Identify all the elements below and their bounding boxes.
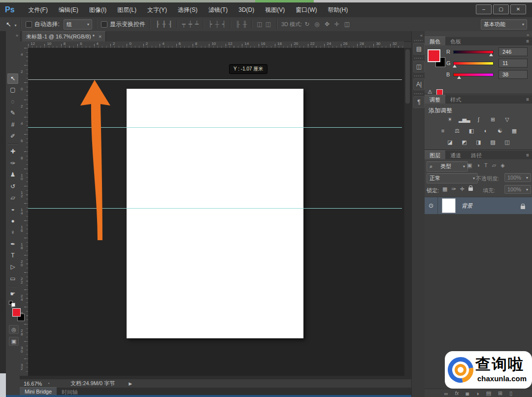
shape-filter-icon[interactable]: ▱ xyxy=(492,162,496,169)
adjustment-icon[interactable]: ◧ xyxy=(466,127,477,135)
adjustment-icon[interactable]: ≡ xyxy=(437,127,448,135)
3d-mode-icon[interactable]: ↻ xyxy=(304,21,309,28)
lock-all-icon[interactable] xyxy=(468,187,473,191)
crop-tool[interactable]: # xyxy=(7,120,18,130)
adjustment-icon[interactable]: ◪ xyxy=(444,138,455,146)
3d-mode-icon[interactable]: ✥ xyxy=(325,21,330,28)
paragraph-panel-icon[interactable]: ¶ xyxy=(413,96,425,108)
current-tool-chip[interactable]: ↖ ▾ xyxy=(6,21,17,28)
g-value-field[interactable]: 11 xyxy=(499,59,528,68)
delete-layer-icon[interactable]: ▯ xyxy=(509,390,512,397)
align-icon[interactable]: ┷ xyxy=(195,21,199,28)
toolbar-collapse-icon[interactable]: » xyxy=(16,33,18,38)
auto-select-checkbox[interactable] xyxy=(26,21,32,28)
adjustment-icon[interactable]: ☯ xyxy=(495,127,505,135)
link-layers-icon[interactable]: ∞ xyxy=(444,391,448,397)
character-panel-icon[interactable]: A| xyxy=(413,78,425,90)
vertical-ruler[interactable]: 42024681 01 21 41 61 82 02 22 42 62 83 0… xyxy=(20,48,29,376)
menu-filter[interactable]: 滤镜(T) xyxy=(203,4,233,16)
tab-color[interactable]: 颜色 xyxy=(425,36,445,45)
panel-menu-icon[interactable]: ≡ xyxy=(526,38,529,44)
lock-position-icon[interactable]: ✛ xyxy=(460,186,465,192)
r-slider[interactable] xyxy=(453,50,494,54)
rectangular-marquee-tool[interactable]: ▢ xyxy=(7,85,18,95)
horizontal-scrollbar[interactable] xyxy=(20,376,411,379)
menu-layer[interactable]: 图层(L) xyxy=(112,4,141,16)
new-layer-icon[interactable]: ⊞ xyxy=(498,390,502,397)
align-icon[interactable]: ┼ xyxy=(215,21,220,28)
adjustment-icon[interactable]: ◨ xyxy=(473,138,484,146)
menu-image[interactable]: 图像(I) xyxy=(84,4,111,16)
adjustment-filter-icon[interactable]: ◑ xyxy=(476,162,480,169)
move-tool[interactable]: ↖ xyxy=(7,73,18,84)
minimize-button[interactable]: – xyxy=(476,4,492,14)
layer-group-icon[interactable]: ▤ xyxy=(486,390,491,397)
blur-tool[interactable]: ● xyxy=(7,216,18,226)
b-value-field[interactable]: 38 xyxy=(499,70,528,79)
menu-edit[interactable]: 编辑(E) xyxy=(54,4,83,16)
status-options-arrow[interactable]: ▶ xyxy=(129,381,132,386)
blend-mode-dropdown[interactable]: 正常 ▾ xyxy=(427,173,478,183)
g-slider[interactable] xyxy=(453,62,494,65)
layer-effects-icon[interactable]: fx xyxy=(455,391,459,396)
layer-thumbnail[interactable] xyxy=(442,198,456,213)
dodge-tool[interactable]: ♀ xyxy=(7,227,18,238)
swap-colors-icon[interactable] xyxy=(11,303,15,307)
menu-window[interactable]: 窗口(W) xyxy=(291,4,322,16)
horizontal-ruler[interactable]: 1210864202468101214161820222426283032 xyxy=(28,41,404,48)
brush-tool[interactable]: ✑ xyxy=(7,158,18,169)
menu-3d[interactable]: 3D(D) xyxy=(233,4,259,15)
b-slider-thumb[interactable] xyxy=(457,76,461,79)
show-transform-checkbox[interactable] xyxy=(101,21,107,28)
menu-help[interactable]: 帮助(H) xyxy=(323,4,353,16)
auto-select-target-dropdown[interactable]: 组 ▾ xyxy=(64,19,92,30)
background-layer-row[interactable]: ⊙ 背景 xyxy=(425,197,532,214)
document-tab[interactable]: 未标题-1 @ 16.7%(RGB/8) * × xyxy=(22,31,106,41)
align-icon[interactable]: ┠ xyxy=(156,21,159,28)
history-panel-icon[interactable]: ▤ xyxy=(413,43,425,55)
r-value-field[interactable]: 246 xyxy=(499,47,528,56)
history-brush-tool[interactable]: ↺ xyxy=(7,181,18,192)
workspace-dropdown[interactable]: 基本功能 ▾ xyxy=(481,19,527,30)
foreground-color-swatch[interactable] xyxy=(12,308,21,317)
pen-tool[interactable]: ✒ xyxy=(7,239,18,250)
lock-pixels-icon[interactable]: ✑ xyxy=(451,186,456,192)
rectangle-tool[interactable]: ▭ xyxy=(7,274,18,284)
type-filter-icon[interactable]: T xyxy=(484,162,488,169)
tab-styles[interactable]: 样式 xyxy=(445,95,466,104)
eraser-tool[interactable]: ▱ xyxy=(7,193,18,203)
zoom-level-field[interactable]: 16.67% xyxy=(24,381,42,387)
eyedropper-tool[interactable]: ✐ xyxy=(7,131,18,142)
align-icon[interactable]: ┨ xyxy=(168,21,172,28)
adjustment-icon[interactable]: ◫ xyxy=(501,138,512,146)
adjustment-icon[interactable]: ▽ xyxy=(501,115,512,123)
3d-mode-icon[interactable]: ◎ xyxy=(314,21,319,28)
path-selection-tool[interactable]: ▷ xyxy=(7,262,18,272)
adjustment-layer-icon[interactable]: ◑ xyxy=(476,391,479,397)
panel-menu-icon[interactable]: ≡ xyxy=(526,97,529,102)
adjustment-icon[interactable]: ◐ xyxy=(480,127,491,135)
align-icon[interactable]: ┥ xyxy=(222,21,226,28)
lasso-tool[interactable]: ◌ xyxy=(7,97,18,107)
fill-dropdown[interactable]: 100% ▾ xyxy=(504,185,531,194)
hand-tool[interactable]: ☛ xyxy=(7,289,18,299)
quick-selection-tool[interactable]: ✎ xyxy=(7,108,18,118)
adjustment-icon[interactable]: ◩ xyxy=(459,138,469,146)
maximize-button[interactable]: ▢ xyxy=(493,4,509,14)
vertical-scrollbar-thumb[interactable] xyxy=(405,49,410,104)
quick-mask-button[interactable]: ◎ xyxy=(9,325,19,334)
adjustment-icon[interactable]: ⚖ xyxy=(452,127,463,135)
clone-stamp-tool[interactable]: ♟ xyxy=(7,170,18,180)
menu-view[interactable]: 视图(V) xyxy=(260,4,290,16)
adjustment-icon[interactable]: ▂▅▃ xyxy=(459,115,469,123)
r-slider-thumb[interactable] xyxy=(489,53,493,56)
adjustment-icon[interactable]: ▨ xyxy=(487,138,498,146)
tab-layers[interactable]: 图层 xyxy=(425,150,445,159)
3d-mode-icon[interactable]: ◫ xyxy=(344,21,350,28)
layer-visibility-eye-icon[interactable]: ⊙ xyxy=(425,197,438,214)
align-icon[interactable]: ╫ xyxy=(243,21,247,28)
g-slider-thumb[interactable] xyxy=(453,65,457,68)
tab-adjustments[interactable]: 调整 xyxy=(425,95,445,104)
adjustment-icon[interactable]: ▦ xyxy=(509,127,520,135)
lock-transparency-icon[interactable]: ▦ xyxy=(442,186,447,192)
